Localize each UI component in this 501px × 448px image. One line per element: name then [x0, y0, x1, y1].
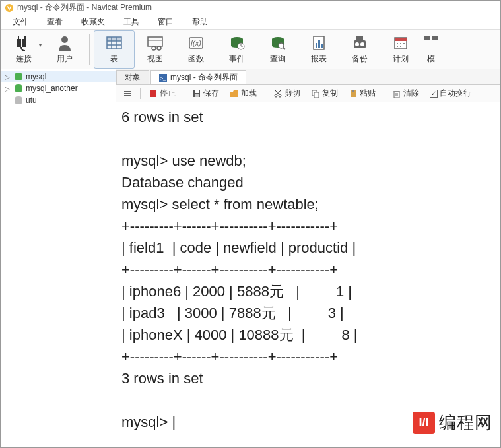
- tb-function[interactable]: f(x) 函数: [176, 30, 217, 69]
- svg-point-39: [397, 46, 398, 47]
- tb-connection[interactable]: 连接 ▾: [3, 30, 44, 69]
- tree-item-utu[interactable]: ▷ utu: [1, 94, 116, 106]
- titlebar: mysql - 命令列界面 - Navicat Premium: [1, 1, 500, 15]
- tb-function-label: 函数: [188, 53, 204, 65]
- tb-report[interactable]: 报表: [298, 30, 339, 69]
- ab-paste-label: 粘贴: [360, 88, 376, 99]
- model-icon: [422, 34, 440, 52]
- tb-table[interactable]: 表: [94, 30, 135, 69]
- svg-rect-4: [24, 36, 26, 40]
- folder-icon: [230, 89, 239, 98]
- function-icon: f(x): [187, 34, 205, 52]
- ab-paste[interactable]: 粘贴: [345, 86, 380, 100]
- tb-table-label: 表: [110, 53, 118, 65]
- ab-save[interactable]: 保存: [188, 86, 223, 100]
- watermark-logo: I/I: [413, 412, 435, 434]
- table-icon: [105, 34, 123, 52]
- save-icon: [192, 89, 201, 98]
- menu-file[interactable]: 文件: [3, 15, 38, 29]
- ab-copy-label: 复制: [322, 88, 338, 99]
- svg-point-0: [5, 3, 13, 11]
- svg-point-14: [152, 46, 156, 50]
- tab-console[interactable]: >_ mysql - 命令列界面: [150, 70, 246, 84]
- ab-wrap[interactable]: ✓ 自动换行: [426, 86, 475, 100]
- svg-rect-41: [424, 36, 430, 40]
- svg-rect-53: [195, 90, 199, 93]
- tab-label: mysql - 命令列界面: [170, 72, 238, 83]
- event-icon: [228, 34, 246, 52]
- main-panel: 对象 >_ mysql - 命令列界面 停止 保存 加载: [116, 69, 500, 447]
- ab-stop-label: 停止: [160, 88, 176, 99]
- console-icon: >_: [159, 74, 167, 82]
- tb-query-label: 查询: [270, 53, 286, 65]
- menu-favorites[interactable]: 收藏夹: [72, 15, 114, 29]
- backup-icon: [351, 34, 369, 52]
- separator: [384, 88, 384, 99]
- tb-plan[interactable]: 计划: [380, 30, 421, 69]
- hamburger-icon: [123, 89, 132, 98]
- svg-point-36: [397, 43, 398, 44]
- tb-event[interactable]: 事件: [217, 30, 257, 69]
- ab-cut-label: 剪切: [284, 88, 300, 99]
- console-output[interactable]: 6 rows in set mysql> use newdb; Database…: [116, 102, 500, 447]
- tb-backup[interactable]: 备份: [339, 30, 380, 69]
- tb-query[interactable]: 查询: [257, 30, 298, 69]
- ab-clear-label: 清除: [403, 88, 419, 99]
- tree-item-mysql[interactable]: ▷ mysql: [1, 71, 116, 82]
- tb-user[interactable]: 用户: [44, 30, 85, 69]
- tb-report-label: 报表: [311, 53, 327, 65]
- database-icon: [14, 96, 23, 105]
- chevron-down-icon: ▾: [39, 42, 42, 48]
- svg-rect-63: [394, 92, 399, 98]
- svg-rect-60: [314, 92, 319, 98]
- svg-rect-51: [150, 90, 156, 97]
- svg-point-40: [400, 46, 401, 47]
- ab-wrap-label: 自动换行: [440, 88, 471, 99]
- checkbox-icon: ✓: [430, 90, 438, 98]
- svg-line-24: [283, 48, 285, 49]
- copy-icon: [311, 89, 320, 98]
- query-icon: [269, 34, 287, 52]
- ab-stop[interactable]: 停止: [145, 86, 180, 100]
- menu-window[interactable]: 窗口: [149, 15, 183, 29]
- watermark: I/I编程网: [413, 410, 492, 435]
- ab-clear[interactable]: 清除: [388, 86, 423, 100]
- menu-view[interactable]: 查看: [38, 15, 72, 29]
- calendar-icon: [391, 34, 410, 52]
- action-bar: 停止 保存 加载 剪切 复制 粘贴: [116, 85, 500, 102]
- stop-icon: [149, 89, 158, 98]
- tree-item-label: mysql: [26, 72, 46, 81]
- svg-rect-11: [107, 37, 121, 41]
- tab-objects[interactable]: 对象: [116, 70, 149, 84]
- ab-copy[interactable]: 复制: [307, 86, 342, 100]
- app-icon: [5, 3, 14, 13]
- tb-view[interactable]: 视图: [135, 30, 176, 69]
- svg-rect-12: [148, 37, 162, 46]
- svg-rect-54: [195, 94, 199, 97]
- trash-icon: [392, 89, 401, 98]
- tb-connection-label: 连接: [16, 53, 32, 65]
- tb-user-label: 用户: [57, 53, 73, 65]
- svg-rect-42: [432, 36, 438, 40]
- database-icon: [14, 84, 23, 93]
- tree-item-mysql-another[interactable]: ▷ mysql_another: [1, 82, 116, 94]
- expander-icon[interactable]: ▷: [5, 85, 11, 92]
- svg-rect-2: [22, 39, 26, 47]
- tb-plan-label: 计划: [393, 53, 409, 65]
- svg-point-23: [279, 43, 284, 48]
- tb-model[interactable]: 模: [421, 30, 441, 69]
- svg-point-37: [400, 43, 401, 44]
- svg-text:f(x): f(x): [191, 39, 201, 47]
- svg-rect-26: [316, 43, 317, 48]
- svg-rect-1: [17, 39, 21, 47]
- menu-tools[interactable]: 工具: [114, 15, 149, 29]
- expander-icon[interactable]: ▷: [5, 73, 11, 80]
- ab-load[interactable]: 加载: [226, 86, 261, 100]
- ab-menu-button[interactable]: [119, 88, 136, 100]
- separator: [265, 88, 265, 99]
- ab-cut[interactable]: 剪切: [269, 86, 304, 100]
- watermark-text: 编程网: [439, 410, 492, 435]
- tab-bar: 对象 >_ mysql - 命令列界面: [116, 69, 500, 85]
- menu-help[interactable]: 帮助: [183, 15, 217, 29]
- svg-rect-62: [352, 90, 354, 92]
